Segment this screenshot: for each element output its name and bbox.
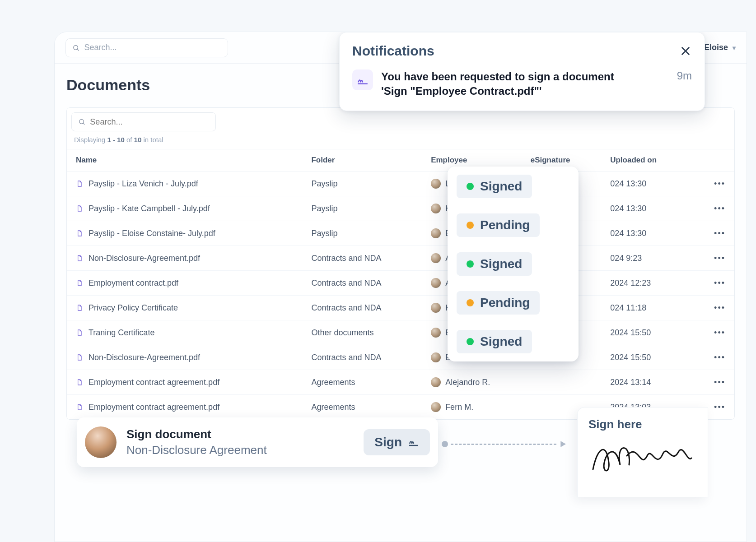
column-name[interactable]: Name — [67, 149, 306, 171]
global-search-input[interactable] — [84, 43, 221, 52]
doc-name: Payslip - Liza Venich - July.pdf — [89, 179, 198, 189]
employee-avatar — [431, 228, 441, 238]
document-icon — [76, 403, 83, 412]
search-icon — [72, 44, 80, 52]
status-badge: Signed — [457, 175, 532, 198]
status-dot — [467, 222, 474, 229]
document-icon — [76, 328, 83, 337]
status-label: Signed — [480, 179, 522, 194]
employee-avatar — [431, 402, 441, 412]
notification-time: 9m — [677, 69, 692, 82]
doc-folder: Other documents — [306, 320, 425, 345]
document-icon — [76, 179, 83, 188]
employee-avatar — [431, 179, 441, 189]
doc-name: Non-Disclosure-Agreement.pdf — [89, 254, 200, 263]
signature-icon — [408, 437, 419, 448]
page-content: Documents Displaying 1 - 10 of 10 in tot… — [55, 64, 747, 420]
doc-folder: Contracts and NDA — [306, 246, 425, 271]
status-label: Pending — [480, 218, 530, 232]
doc-name: Payslip - Kate Campbell - July.pdf — [89, 204, 210, 213]
uploaded-on: 2024 15:50 — [605, 345, 705, 370]
table-row[interactable]: Privacy Policy CertificateContracts and … — [67, 296, 734, 320]
status-dot — [467, 338, 474, 345]
table-row[interactable]: Traning CertificateOther documentsEmilia… — [67, 320, 734, 345]
row-menu-button[interactable]: ••• — [705, 296, 734, 320]
notifications-panel: Notifications You have been requested to… — [339, 32, 705, 111]
table-row[interactable]: Employment contract.pdfContracts and NDA… — [67, 271, 734, 296]
column-folder[interactable]: Folder — [306, 149, 425, 171]
notification-icon-box — [352, 69, 373, 90]
global-search[interactable] — [65, 38, 228, 57]
sign-subtitle: Non-Disclosure Agreement — [126, 443, 267, 457]
row-menu-button[interactable]: ••• — [705, 246, 734, 271]
doc-folder: Contracts and NDA — [306, 296, 425, 320]
uploaded-on: 024 13:30 — [605, 171, 705, 196]
table-row[interactable]: Non-Disclosure-Agreement.pdfContracts an… — [67, 345, 734, 370]
user-name: Eloise — [704, 43, 728, 52]
status-label: Signed — [480, 334, 522, 349]
requester-avatar — [85, 426, 117, 458]
row-menu-button[interactable]: ••• — [705, 395, 734, 420]
doc-folder: Agreements — [306, 370, 425, 395]
signature-icon — [357, 74, 369, 86]
row-menu-button[interactable]: ••• — [705, 271, 734, 296]
row-menu-button[interactable]: ••• — [705, 221, 734, 246]
sign-button[interactable]: Sign — [364, 429, 430, 455]
column-uploaded[interactable]: Uploaded on — [605, 149, 705, 171]
status-badge: Signed — [457, 330, 532, 353]
document-icon — [76, 254, 83, 263]
doc-folder: Contracts and NDA — [306, 345, 425, 370]
notifications-title: Notifications — [352, 43, 434, 59]
doc-folder: Agreements — [306, 395, 425, 420]
sign-here-card[interactable]: Sign here — [577, 407, 708, 497]
document-icon — [76, 229, 83, 238]
document-icon — [76, 204, 83, 213]
employee-avatar — [431, 204, 441, 213]
employee-avatar — [431, 253, 441, 263]
document-icon — [76, 278, 83, 287]
uploaded-on: 024 13:30 — [605, 196, 705, 221]
employee-avatar — [431, 278, 441, 288]
document-icon — [76, 303, 83, 312]
status-dot — [467, 183, 474, 190]
doc-name: Employment contract agreement.pdf — [89, 403, 219, 412]
uploaded-on: 2024 12:23 — [605, 271, 705, 296]
status-card: SignedPendingSignedPendingSigned — [448, 167, 579, 361]
table-search-input[interactable] — [90, 117, 209, 127]
table-search[interactable] — [71, 112, 216, 131]
row-menu-button[interactable]: ••• — [705, 196, 734, 221]
doc-name: Privacy Policy Certificate — [89, 303, 178, 313]
documents-table: Name Folder Employee eSignature Uploaded… — [67, 149, 734, 419]
doc-name: Payslip - Eloise Constaine- July.pdf — [89, 229, 215, 238]
chevron-down-icon: ▾ — [733, 44, 736, 51]
row-menu-button[interactable]: ••• — [705, 345, 734, 370]
uploaded-on: 2024 13:14 — [605, 370, 705, 395]
status-badge: Pending — [457, 291, 540, 315]
table-row[interactable]: Payslip - Kate Campbell - July.pdfPaysli… — [67, 196, 734, 221]
table-row[interactable]: Payslip - Liza Venich - July.pdfPayslipL… — [67, 171, 734, 196]
handwritten-signature — [588, 438, 692, 478]
svg-line-8 — [83, 123, 84, 125]
close-icon — [679, 45, 692, 57]
row-menu-button[interactable]: ••• — [705, 171, 734, 196]
notification-item[interactable]: You have been requested to sign a docume… — [340, 65, 705, 111]
employee-avatar — [431, 352, 441, 362]
doc-folder: Contracts and NDA — [306, 271, 425, 296]
row-menu-button[interactable]: ••• — [705, 320, 734, 345]
sign-here-title: Sign here — [588, 417, 697, 431]
status-badge: Signed — [457, 252, 532, 276]
status-label: Pending — [480, 296, 530, 310]
notification-text: You have been requested to sign a docume… — [381, 69, 643, 99]
table-row[interactable]: Payslip - Eloise Constaine- July.pdfPays… — [67, 221, 734, 246]
svg-point-7 — [79, 120, 84, 124]
status-badge: Pending — [457, 213, 540, 237]
close-button[interactable] — [679, 45, 692, 57]
documents-panel: Displaying 1 - 10 of 10 in total Name Fo… — [66, 107, 735, 420]
arrow-start-dot — [442, 441, 448, 447]
table-row[interactable]: Employment contract agreement.pdfAgreeme… — [67, 370, 734, 395]
row-menu-button[interactable]: ••• — [705, 370, 734, 395]
uploaded-on: 2024 15:50 — [605, 320, 705, 345]
doc-name: Non-Disclosure-Agreement.pdf — [89, 353, 200, 362]
doc-folder: Payslip — [306, 171, 425, 196]
table-row[interactable]: Non-Disclosure-Agreement.pdfContracts an… — [67, 246, 734, 271]
